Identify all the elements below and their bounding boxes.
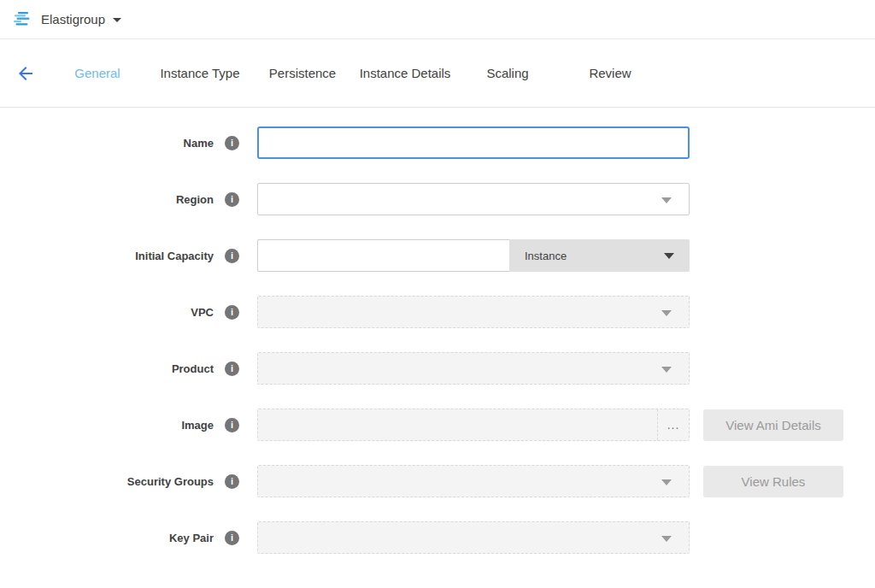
product-label: Product bbox=[0, 362, 214, 375]
view-rules-button: View Rules bbox=[703, 466, 843, 497]
key-pair-label: Key Pair bbox=[0, 532, 214, 544]
initial-capacity-label: Initial Capacity bbox=[0, 250, 214, 262]
form-row-image: Image i ... View Ami Details bbox=[0, 409, 875, 441]
name-label: Name bbox=[0, 137, 214, 150]
top-header: Elastigroup bbox=[0, 0, 875, 39]
form-row-region: Region i bbox=[0, 183, 875, 215]
chevron-down-icon bbox=[661, 197, 672, 203]
tab-instance-type[interactable]: Instance Type bbox=[149, 66, 251, 80]
app-switcher-label[interactable]: Elastigroup bbox=[41, 12, 105, 26]
chevron-down-icon bbox=[661, 479, 672, 485]
form-row-product: Product i bbox=[0, 352, 875, 385]
info-icon[interactable]: i bbox=[225, 192, 239, 207]
form-row-key-pair: Key Pair i bbox=[0, 521, 875, 554]
arrow-left-icon[interactable] bbox=[15, 63, 36, 84]
info-icon[interactable]: i bbox=[225, 249, 239, 263]
key-pair-select bbox=[257, 521, 690, 554]
security-groups-select bbox=[257, 465, 690, 497]
info-icon[interactable]: i bbox=[225, 362, 239, 376]
product-select bbox=[257, 352, 690, 385]
form-row-name: Name i bbox=[0, 126, 875, 159]
elastigroup-logo-icon bbox=[12, 9, 32, 30]
vpc-label: VPC bbox=[0, 306, 214, 319]
info-icon[interactable]: i bbox=[225, 474, 239, 489]
caret-down-icon[interactable] bbox=[113, 18, 121, 22]
form-row-vpc: VPC i bbox=[0, 296, 875, 328]
form-row-initial-capacity: Initial Capacity i Instance bbox=[0, 239, 875, 272]
chevron-down-icon bbox=[664, 253, 674, 259]
tab-persistence[interactable]: Persistence bbox=[251, 66, 354, 80]
form-row-security-groups: Security Groups i View Rules bbox=[0, 465, 875, 497]
initial-capacity-input[interactable] bbox=[257, 239, 509, 272]
image-value bbox=[258, 409, 657, 440]
wizard-tabs: General Instance Type Persistence Instan… bbox=[46, 66, 661, 80]
chevron-down-icon bbox=[661, 367, 672, 373]
info-icon[interactable]: i bbox=[225, 305, 239, 320]
capacity-unit-select[interactable]: Instance bbox=[509, 239, 690, 272]
view-ami-details-button: View Ami Details bbox=[703, 409, 843, 441]
tab-general[interactable]: General bbox=[46, 66, 149, 80]
chevron-down-icon bbox=[661, 310, 672, 316]
info-icon[interactable]: i bbox=[225, 531, 239, 545]
initial-capacity-field-wrap: Instance bbox=[257, 239, 690, 272]
tab-scaling[interactable]: Scaling bbox=[456, 66, 559, 80]
image-label: Image bbox=[0, 419, 214, 432]
security-groups-label: Security Groups bbox=[0, 475, 214, 488]
tab-instance-details[interactable]: Instance Details bbox=[354, 66, 456, 80]
info-icon[interactable]: i bbox=[225, 136, 239, 150]
general-settings-form: Name i Region i Initial Capacity i Insta… bbox=[0, 108, 875, 554]
chevron-down-icon bbox=[661, 536, 672, 542]
wizard-tabbar: General Instance Type Persistence Instan… bbox=[0, 39, 875, 108]
browse-image-button: ... bbox=[657, 409, 689, 440]
region-label: Region bbox=[0, 193, 214, 206]
capacity-unit-value: Instance bbox=[525, 250, 567, 262]
image-field: ... bbox=[257, 409, 690, 441]
region-select[interactable] bbox=[257, 183, 690, 215]
info-icon[interactable]: i bbox=[225, 418, 239, 432]
name-input[interactable] bbox=[257, 126, 690, 159]
name-field-wrap bbox=[257, 126, 690, 159]
tab-review[interactable]: Review bbox=[559, 66, 661, 80]
vpc-select bbox=[257, 296, 690, 328]
